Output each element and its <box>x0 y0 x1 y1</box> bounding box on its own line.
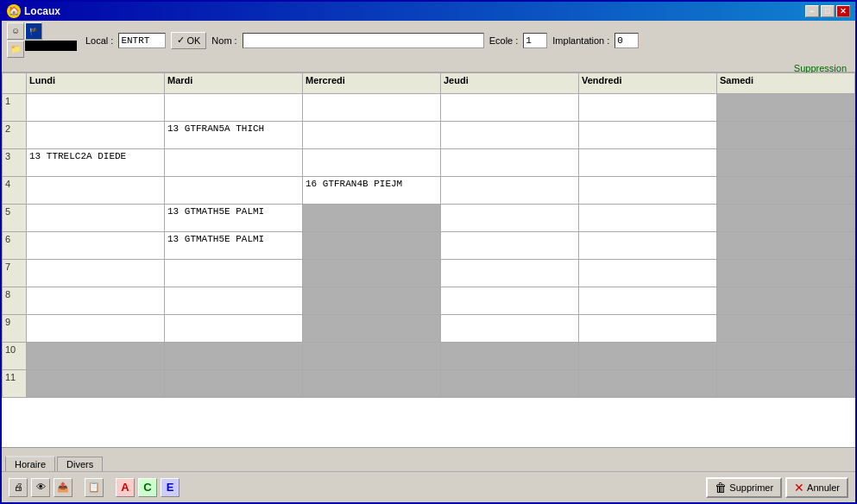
ok-button[interactable]: ✓ OK <box>171 32 206 49</box>
cell-mercredi[interactable] <box>303 287 441 315</box>
cell-mardi[interactable] <box>165 315 303 343</box>
cell-samedi[interactable] <box>717 287 855 315</box>
cell-vendredi[interactable] <box>579 232 717 260</box>
cell-mercredi[interactable] <box>303 205 441 232</box>
cell-samedi[interactable] <box>717 149 855 177</box>
cell-jeudi[interactable] <box>441 315 579 343</box>
cell-jeudi[interactable] <box>441 122 579 149</box>
cell-mercredi[interactable] <box>303 315 441 343</box>
maximize-button[interactable]: □ <box>821 5 835 17</box>
cell-samedi[interactable] <box>717 177 855 205</box>
cell-jeudi[interactable] <box>441 177 579 205</box>
implantation-input[interactable] <box>614 33 639 48</box>
export-icon[interactable]: 📤 <box>54 478 72 497</box>
cell-samedi[interactable] <box>717 370 855 398</box>
window-icon: 🏠 <box>7 4 21 18</box>
cell-mardi[interactable]: 13 GTMATH5E PALMI <box>165 205 303 232</box>
cell-jeudi[interactable] <box>441 343 579 370</box>
cell-jeudi[interactable] <box>441 205 579 232</box>
cell-jeudi[interactable] <box>441 370 579 398</box>
cell-lundi[interactable] <box>27 343 165 370</box>
cell-mercredi[interactable] <box>303 260 441 287</box>
ecole-input[interactable] <box>523 33 547 48</box>
preview-icon[interactable]: 👁 <box>31 478 50 497</box>
folder-icon[interactable]: 📁 <box>7 41 24 58</box>
cell-vendredi[interactable] <box>579 149 717 177</box>
cell-mercredi[interactable]: 16 GTFRAN4B PIEJM <box>303 177 441 205</box>
local-input[interactable] <box>118 33 166 48</box>
cell-mercredi[interactable] <box>303 94 441 122</box>
cell-vendredi[interactable] <box>579 315 717 343</box>
cell-mardi[interactable]: 13 GTMATH5E PALMI <box>165 232 303 260</box>
cell-lundi[interactable] <box>27 94 165 122</box>
cell-vendredi[interactable] <box>579 370 717 398</box>
cell-vendredi[interactable] <box>579 287 717 315</box>
cell-samedi[interactable] <box>717 205 855 232</box>
cell-mercredi[interactable] <box>303 370 441 398</box>
cell-vendredi[interactable] <box>579 205 717 232</box>
cell-samedi[interactable] <box>717 94 855 122</box>
letter-c-button[interactable]: C <box>138 478 157 497</box>
letter-e-button[interactable]: E <box>161 478 180 497</box>
cell-mardi[interactable] <box>165 343 303 370</box>
tab-divers[interactable]: Divers <box>57 457 103 471</box>
cell-samedi[interactable] <box>717 315 855 343</box>
tab-horaire[interactable]: Horaire <box>5 456 55 471</box>
cell-mardi[interactable] <box>165 149 303 177</box>
supprimer-button[interactable]: 🗑 Supprimer <box>706 477 782 498</box>
row-number: 8 <box>3 287 27 315</box>
cell-mercredi[interactable] <box>303 122 441 149</box>
cell-mardi[interactable] <box>165 287 303 315</box>
cell-mercredi[interactable] <box>303 343 441 370</box>
table-row: 9 <box>3 315 855 343</box>
cell-samedi[interactable] <box>717 232 855 260</box>
close-button[interactable]: ✕ <box>836 5 850 17</box>
letter-a-button[interactable]: A <box>116 478 135 497</box>
cell-lundi[interactable] <box>27 287 165 315</box>
cell-mardi[interactable] <box>165 94 303 122</box>
cell-lundi[interactable] <box>27 205 165 232</box>
cell-text: 13 TTRELC2A DIEDE <box>29 151 126 161</box>
cell-mardi[interactable] <box>165 370 303 398</box>
cell-mercredi[interactable] <box>303 232 441 260</box>
cell-lundi[interactable] <box>27 315 165 343</box>
cell-jeudi[interactable] <box>441 287 579 315</box>
print-icon[interactable]: 🖨 <box>9 478 28 497</box>
cell-vendredi[interactable] <box>579 122 717 149</box>
cell-lundi[interactable] <box>27 370 165 398</box>
cell-text: 16 GTFRAN4B PIEJM <box>306 179 402 189</box>
flag-icon[interactable]: 🏴 <box>25 22 42 40</box>
tabs-area: Horaire Divers <box>2 447 855 471</box>
cell-mardi[interactable]: 13 GTFRAN5A THICH <box>165 122 303 149</box>
cell-lundi[interactable] <box>27 232 165 260</box>
supprimer-icon: 🗑 <box>715 481 727 495</box>
minimize-button[interactable]: − <box>805 5 819 17</box>
cell-lundi[interactable] <box>27 177 165 205</box>
cell-lundi[interactable]: 13 TTRELC2A DIEDE <box>27 149 165 177</box>
cell-samedi[interactable] <box>717 260 855 287</box>
cell-jeudi[interactable] <box>441 232 579 260</box>
annuler-icon: ✕ <box>794 481 804 495</box>
cell-vendredi[interactable] <box>579 94 717 122</box>
cell-jeudi[interactable] <box>441 149 579 177</box>
cell-vendredi[interactable] <box>579 343 717 370</box>
annuler-button[interactable]: ✕ Annuler <box>785 477 848 498</box>
cell-lundi[interactable] <box>27 122 165 149</box>
bottom-left-icons: 🖨 👁 📤 📋 A C E <box>9 478 180 497</box>
cell-lundi[interactable] <box>27 260 165 287</box>
icon-row2: 📁 <box>7 41 77 58</box>
edit-icon[interactable]: 📋 <box>85 478 104 497</box>
cell-mardi[interactable] <box>165 177 303 205</box>
cell-samedi[interactable] <box>717 343 855 370</box>
implantation-label: Implantation : <box>552 35 609 46</box>
cell-jeudi[interactable] <box>441 94 579 122</box>
header-lundi: Lundi <box>27 73 165 94</box>
cell-vendredi[interactable] <box>579 177 717 205</box>
cell-jeudi[interactable] <box>441 260 579 287</box>
cell-vendredi[interactable] <box>579 260 717 287</box>
smiley-icon[interactable]: ☺ <box>7 22 24 40</box>
cell-mercredi[interactable] <box>303 149 441 177</box>
nom-input[interactable] <box>243 33 484 48</box>
cell-mardi[interactable] <box>165 260 303 287</box>
cell-samedi[interactable] <box>717 122 855 149</box>
